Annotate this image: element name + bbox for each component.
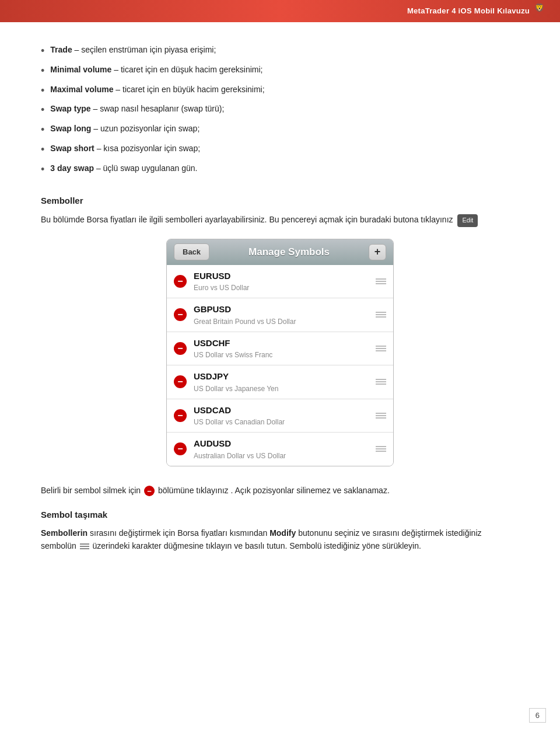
- drag-handle-icon[interactable]: [376, 379, 386, 385]
- term-swap-long: Swap long: [50, 124, 91, 133]
- remove-icon[interactable]: [174, 342, 187, 355]
- term-swap-short: Swap short: [50, 144, 94, 153]
- symbol-info: USDCHF US Dollar vs Swiss Franc: [194, 337, 371, 361]
- symbol-desc: Euro vs US Dollar: [194, 283, 371, 293]
- symbol-name: USDCHF: [194, 337, 371, 350]
- symbol-info: AUDUSD Australian Dollar vs US Dollar: [194, 437, 371, 461]
- list-item-text: Swap short – kısa pozisyonlar için swap;: [50, 142, 200, 155]
- symbol-desc: Great Britain Pound vs US Dollar: [194, 316, 371, 327]
- page: MetaTrader 4 iOS Mobil Kılavuzu 🦁 Trade …: [0, 0, 560, 732]
- symbol-name: EURUSD: [194, 270, 371, 283]
- drag-handle-icon[interactable]: [376, 346, 386, 351]
- header-title: MetaTrader 4 iOS Mobil Kılavuzu: [407, 5, 530, 17]
- main-content: Trade – seçilen enstrüman için piyasa er…: [0, 22, 560, 576]
- remove-icon[interactable]: [174, 442, 187, 455]
- list-item-text: Maximal volume – ticaret için en büyük h…: [50, 83, 264, 96]
- drag-handle-icon[interactable]: [376, 312, 386, 318]
- symbol-row-usdjpy: USDJPY US Dollar vs Japanese Yen: [167, 365, 393, 399]
- mobile-header-bar: Back Manage Symbols +: [167, 239, 393, 265]
- list-item: Swap long – uzun pozisyonlar için swap;: [41, 122, 519, 138]
- list-item-text: 3 day swap – üçlü swap uygulanan gün.: [50, 162, 197, 175]
- term-maximal-volume: Maximal volume: [50, 85, 113, 94]
- symbol-desc: US Dollar vs Canadian Dollar: [194, 417, 371, 427]
- symbol-info: EURUSD Euro vs US Dollar: [194, 270, 371, 294]
- list-item-text: Trade – seçilen enstrüman için piyasa er…: [50, 43, 216, 56]
- term-minimal-volume: Minimal volume: [50, 65, 111, 74]
- drag-handle-icon[interactable]: [376, 413, 386, 419]
- symbol-row-usdcad: USDCAD US Dollar vs Canadian Dollar: [167, 399, 393, 433]
- page-header: MetaTrader 4 iOS Mobil Kılavuzu 🦁: [0, 0, 560, 22]
- list-item: Maximal volume – ticaret için en büyük h…: [41, 83, 519, 99]
- remove-icon[interactable]: [174, 308, 187, 321]
- symbol-desc: US Dollar vs Swiss Franc: [194, 350, 371, 360]
- page-number: 6: [529, 708, 546, 723]
- mobile-screenshot: Back Manage Symbols + EURUSD Euro vs US …: [166, 239, 394, 466]
- feature-list: Trade – seçilen enstrüman için piyasa er…: [41, 43, 519, 178]
- inline-remove-icon: [144, 486, 155, 496]
- back-button[interactable]: Back: [174, 243, 209, 261]
- list-item-text: Swap long – uzun pozisyonlar için swap;: [50, 122, 200, 135]
- edit-button[interactable]: Edit: [457, 214, 478, 227]
- inline-drag-lines-icon: [80, 543, 89, 549]
- symbol-name: GBPUSD: [194, 303, 371, 316]
- delete-info-text: Belirli bir sembol silmek için bölümüne …: [41, 484, 519, 497]
- manage-symbols-title: Manage Symbols: [249, 245, 330, 260]
- remove-icon[interactable]: [174, 375, 187, 388]
- section-text-tasimak: Sembollerin sırasını değiştirmek için Bo…: [41, 527, 519, 553]
- symbol-row-eurusd: EURUSD Euro vs US Dollar: [167, 265, 393, 299]
- symbol-row-audusd: AUDUSD Australian Dollar vs US Dollar: [167, 433, 393, 466]
- symbol-name: AUDUSD: [194, 437, 371, 451]
- drag-handle-icon[interactable]: [376, 278, 386, 284]
- section-heading-semboller: Semboller: [41, 194, 519, 208]
- list-item-text: Minimal volume – ticaret için en düşuk h…: [50, 63, 262, 76]
- term-modify: Modify: [270, 528, 296, 538]
- symbol-info: GBPUSD Great Britain Pound vs US Dollar: [194, 303, 371, 327]
- symbol-name: USDJPY: [194, 370, 371, 384]
- term-trade: Trade: [50, 45, 72, 54]
- list-item-text: Swap type – swap nasıl hesaplanır (swap …: [50, 102, 224, 115]
- symbol-info: USDJPY US Dollar vs Japanese Yen: [194, 370, 371, 394]
- list-item: 3 day swap – üçlü swap uygulanan gün.: [41, 162, 519, 178]
- section-text-semboller: Bu bölümde Borsa fiyatları ile ilgili se…: [41, 213, 519, 227]
- list-item: Trade – seçilen enstrüman için piyasa er…: [41, 43, 519, 60]
- list-item: Swap type – swap nasıl hesaplanır (swap …: [41, 102, 519, 118]
- symbol-name: USDCAD: [194, 404, 371, 417]
- symbol-info: USDCAD US Dollar vs Canadian Dollar: [194, 404, 371, 428]
- symbol-desc: US Dollar vs Japanese Yen: [194, 384, 371, 394]
- section-heading-tasimak: Sembol taşımak: [41, 508, 519, 522]
- remove-icon[interactable]: [174, 409, 187, 422]
- add-symbol-button[interactable]: +: [369, 244, 386, 260]
- symbol-row-gbpusd: GBPUSD Great Britain Pound vs US Dollar: [167, 298, 393, 332]
- drag-handle-icon[interactable]: [376, 446, 386, 452]
- symbol-desc: Australian Dollar vs US Dollar: [194, 451, 371, 461]
- list-item: Minimal volume – ticaret için en düşuk h…: [41, 63, 519, 79]
- list-item: Swap short – kısa pozisyonlar için swap;: [41, 142, 519, 158]
- symbol-row-usdchf: USDCHF US Dollar vs Swiss Franc: [167, 332, 393, 366]
- term-swap-type: Swap type: [50, 104, 90, 113]
- header-logo-icon: 🦁: [534, 2, 553, 20]
- term-sembollerin: Sembollerin: [41, 528, 88, 538]
- term-3day-swap: 3 day swap: [50, 163, 94, 173]
- remove-icon[interactable]: [174, 275, 187, 288]
